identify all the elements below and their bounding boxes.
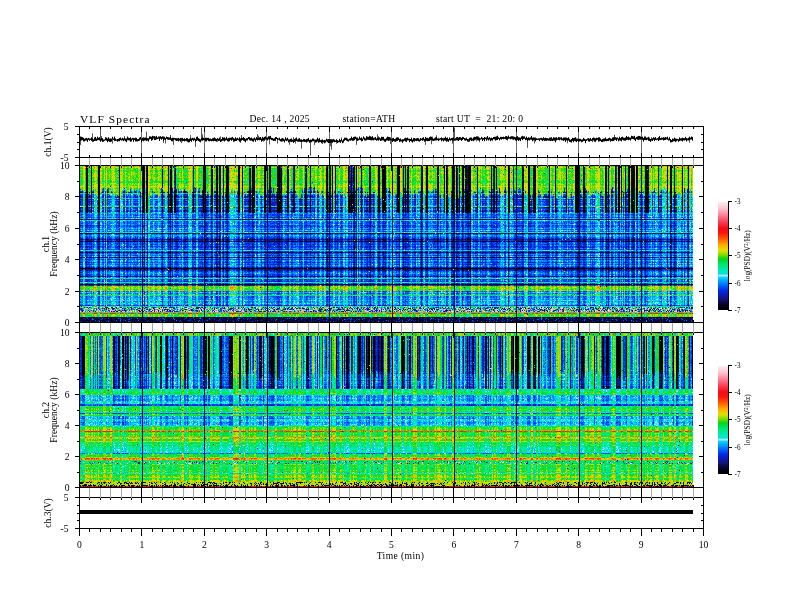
svg-text:Dec. 14 , 2025: Dec. 14 , 2025 bbox=[250, 113, 310, 124]
svg-text:4: 4 bbox=[65, 254, 70, 265]
svg-text:-3: -3 bbox=[735, 362, 741, 370]
svg-text:8: 8 bbox=[576, 539, 581, 550]
svg-text:-5: -5 bbox=[735, 252, 741, 260]
svg-text:10: 10 bbox=[699, 539, 709, 550]
svg-text:-4: -4 bbox=[735, 389, 741, 397]
svg-text:7: 7 bbox=[514, 539, 519, 550]
svg-text:0: 0 bbox=[77, 539, 82, 550]
svg-text:-6: -6 bbox=[735, 444, 741, 452]
svg-text:-3: -3 bbox=[735, 198, 741, 206]
svg-text:log(PSD)(V2/Hz): log(PSD)(V2/Hz) bbox=[743, 230, 752, 281]
svg-text:5: 5 bbox=[64, 492, 69, 503]
svg-text:-5: -5 bbox=[61, 523, 69, 534]
svg-text:10: 10 bbox=[60, 327, 70, 338]
svg-text:0: 0 bbox=[65, 482, 70, 493]
svg-text:5: 5 bbox=[64, 121, 69, 132]
svg-text:10: 10 bbox=[60, 160, 70, 171]
svg-text:Frequency (kHz): Frequency (kHz) bbox=[48, 211, 60, 276]
svg-text:6: 6 bbox=[65, 389, 70, 400]
svg-text:ch.3(V): ch.3(V) bbox=[42, 498, 54, 528]
svg-text:4: 4 bbox=[65, 420, 70, 431]
svg-text:2: 2 bbox=[202, 539, 207, 550]
svg-text:2: 2 bbox=[65, 451, 70, 462]
svg-text:6: 6 bbox=[65, 223, 70, 234]
svg-text:8: 8 bbox=[65, 358, 70, 369]
svg-text:1: 1 bbox=[140, 539, 145, 550]
svg-text:-5: -5 bbox=[735, 416, 741, 424]
svg-text:3: 3 bbox=[264, 539, 269, 550]
svg-text:-6: -6 bbox=[735, 280, 741, 288]
svg-text:log(PSD)(V2/Hz): log(PSD)(V2/Hz) bbox=[743, 394, 752, 445]
svg-text:VLF Spectra: VLF Spectra bbox=[80, 113, 151, 125]
svg-text:start UT = 21: 20: 0: start UT = 21: 20: 0 bbox=[436, 113, 523, 124]
svg-text:8: 8 bbox=[65, 191, 70, 202]
svg-text:5: 5 bbox=[389, 539, 394, 550]
svg-text:-7: -7 bbox=[735, 471, 741, 479]
svg-text:9: 9 bbox=[639, 539, 644, 550]
svg-text:-7: -7 bbox=[735, 307, 741, 315]
svg-text:Frequency (kHz): Frequency (kHz) bbox=[48, 377, 60, 442]
svg-text:2: 2 bbox=[65, 286, 70, 297]
svg-text:-4: -4 bbox=[735, 225, 741, 233]
svg-text:ch.1(V): ch.1(V) bbox=[42, 127, 54, 157]
svg-text:station=ATH: station=ATH bbox=[343, 113, 396, 124]
svg-text:Time (min): Time (min) bbox=[377, 550, 425, 562]
svg-text:4: 4 bbox=[327, 539, 332, 550]
svg-text:6: 6 bbox=[452, 539, 457, 550]
